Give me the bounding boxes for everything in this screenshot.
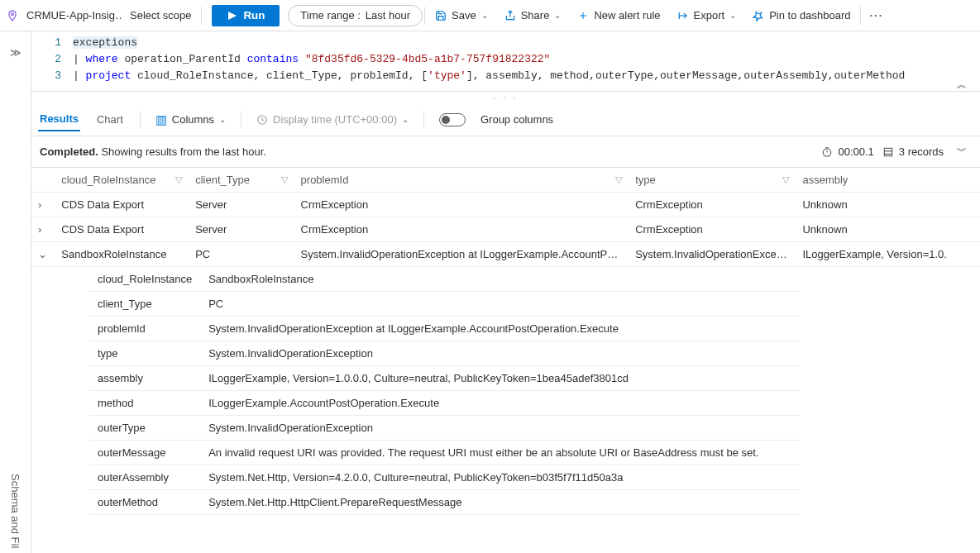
cell: SandboxRoleInstance — [55, 242, 189, 267]
group-columns-toggle[interactable] — [439, 113, 466, 126]
chevron-down-icon: ⌄ — [481, 11, 488, 20]
toolbar-separator — [423, 111, 424, 129]
detail-row: typeSystem.InvalidOperationException — [89, 341, 801, 366]
row-expander[interactable]: › — [31, 193, 55, 217]
detail-row: methodILoggerExample.AccountPostOperatio… — [89, 391, 801, 416]
clock-icon — [256, 114, 268, 126]
more-button[interactable]: ··· — [863, 9, 890, 21]
pin-label: Pin to dashboard — [769, 9, 850, 21]
svg-marker-1 — [228, 12, 237, 20]
stopwatch-icon — [821, 146, 833, 158]
detail-key: problemId — [89, 317, 200, 341]
left-rail: ≫ Schema and Fil — [0, 31, 31, 553]
columns-label: Columns — [172, 113, 214, 126]
row-expander[interactable]: › — [31, 217, 55, 242]
save-button[interactable]: Save ⌄ — [427, 0, 496, 31]
play-icon — [227, 10, 238, 21]
detail-value: ILoggerExample.AccountPostOperation.Exec… — [200, 391, 801, 416]
detail-row: outerTypeSystem.InvalidOperationExceptio… — [89, 416, 801, 441]
select-scope-link[interactable]: Select scope — [122, 0, 199, 31]
row-detail: cloud_RoleInstanceSandboxRoleInstancecli… — [31, 267, 980, 515]
new-alert-button[interactable]: New alert rule — [569, 0, 668, 31]
svg-rect-11 — [884, 148, 892, 155]
cell: Server — [189, 217, 294, 242]
editor-code[interactable]: exceptions | where operation_ParentId co… — [73, 35, 980, 84]
status-bar: Completed. Showing results from the last… — [31, 136, 980, 167]
table-row[interactable]: ›CDS Data ExportServerCrmExceptionCrmExc… — [31, 193, 980, 217]
results-toolbar: Results Chart ▥ Columns ⌄ Display time (… — [31, 103, 980, 136]
table-header-row: cloud_RoleInstance▽ client_Type▽ problem… — [31, 168, 980, 193]
row-expander[interactable]: ⌄ — [31, 242, 55, 267]
detail-row: client_TypePC — [89, 292, 801, 317]
cell: CDS Data Export — [55, 217, 189, 242]
records-icon — [882, 146, 894, 158]
detail-value: System.InvalidOperationException — [200, 341, 801, 366]
svg-point-0 — [12, 12, 14, 15]
chevron-down-icon: ⌄ — [729, 11, 736, 20]
chevron-down-icon: ⌄ — [554, 11, 561, 20]
detail-row: cloud_RoleInstanceSandboxRoleInstance — [89, 267, 801, 292]
cell: Server — [189, 193, 294, 217]
top-toolbar: CRMUE-App-Insig… Select scope Run Time r… — [0, 0, 980, 31]
detail-key: type — [89, 341, 200, 366]
query-editor[interactable]: 123 exceptions | where operation_ParentI… — [31, 31, 980, 92]
results-table: cloud_RoleInstance▽ client_Type▽ problem… — [31, 168, 980, 267]
editor-gutter: 123 — [31, 35, 73, 84]
filter-icon[interactable]: ▽ — [782, 174, 789, 185]
table-row[interactable]: ⌄SandboxRoleInstancePCSystem.InvalidOper… — [31, 242, 980, 267]
app-name[interactable]: CRMUE-App-Insig… — [18, 0, 122, 31]
columns-icon: ▥ — [155, 112, 167, 127]
detail-row: outerMethodSystem.Net.Http.HttpClient.Pr… — [89, 490, 801, 515]
svg-point-8 — [824, 148, 831, 155]
columns-dropdown[interactable]: ▥ Columns ⌄ — [155, 112, 226, 127]
detail-row: assemblyILoggerExample, Version=1.0.0.0,… — [89, 366, 801, 391]
detail-value: SandboxRoleInstance — [200, 267, 801, 292]
cell: CDS Data Export — [55, 193, 189, 217]
toolbar-separator — [241, 111, 241, 129]
display-time-dropdown[interactable]: Display time (UTC+00:00) ⌄ — [256, 113, 409, 126]
pin-icon — [753, 10, 764, 21]
detail-key: method — [89, 391, 200, 416]
toolbar-separator — [140, 111, 141, 129]
table-row[interactable]: ›CDS Data ExportServerCrmExceptionCrmExc… — [31, 217, 980, 242]
cell: CrmException — [629, 193, 796, 217]
results-table-wrap: cloud_RoleInstance▽ client_Type▽ problem… — [31, 167, 980, 515]
time-range-selector[interactable]: Time range : Last hour — [288, 5, 423, 26]
resize-handle[interactable]: · · · — [31, 92, 980, 103]
run-button[interactable]: Run — [212, 5, 280, 26]
share-button[interactable]: Share ⌄ — [496, 0, 570, 31]
toolbar-separator — [860, 7, 861, 25]
cell: ILoggerExample, Version=1.0. — [796, 242, 980, 267]
expand-rail-button[interactable]: ≫ — [10, 46, 22, 59]
pin-dashboard-button[interactable]: Pin to dashboard — [744, 0, 858, 31]
col-header[interactable]: client_Type▽ — [189, 168, 294, 193]
filter-icon[interactable]: ▽ — [175, 174, 182, 185]
rail-label: Schema and Fil — [9, 474, 22, 548]
export-button[interactable]: Export ⌄ — [669, 0, 745, 31]
col-header[interactable]: type▽ — [629, 168, 796, 193]
detail-key: assembly — [89, 366, 200, 391]
toolbar-separator — [424, 7, 425, 25]
col-header[interactable]: cloud_RoleInstance▽ — [55, 168, 189, 193]
expand-status-button[interactable]: ︾ — [952, 145, 972, 159]
detail-key: outerType — [89, 416, 200, 441]
filter-icon[interactable]: ▽ — [615, 174, 622, 185]
run-label: Run — [243, 9, 265, 21]
status-timer: 00:00.1 — [821, 145, 873, 158]
cell: System.InvalidOperationException at ILog… — [294, 242, 629, 267]
filter-icon[interactable]: ▽ — [281, 174, 288, 185]
tab-chart[interactable]: Chart — [95, 108, 125, 131]
detail-row: problemIdSystem.InvalidOperationExceptio… — [89, 317, 801, 341]
detail-value: System.Net.Http.HttpClient.PrepareReques… — [200, 490, 801, 515]
export-label: Export — [694, 9, 725, 21]
cell: CrmException — [629, 217, 796, 242]
chevron-down-icon: ⌄ — [219, 115, 226, 124]
collapse-editor-button[interactable]: ︽ — [957, 78, 967, 92]
toolbar-separator — [201, 7, 202, 25]
detail-row: outerAssemblySystem.Net.Http, Version=4.… — [89, 465, 801, 490]
col-header[interactable]: problemId▽ — [294, 168, 629, 193]
detail-key: client_Type — [89, 292, 200, 317]
plus-icon — [577, 10, 589, 21]
tab-results[interactable]: Results — [38, 107, 80, 131]
col-header[interactable]: assembly — [796, 168, 980, 193]
